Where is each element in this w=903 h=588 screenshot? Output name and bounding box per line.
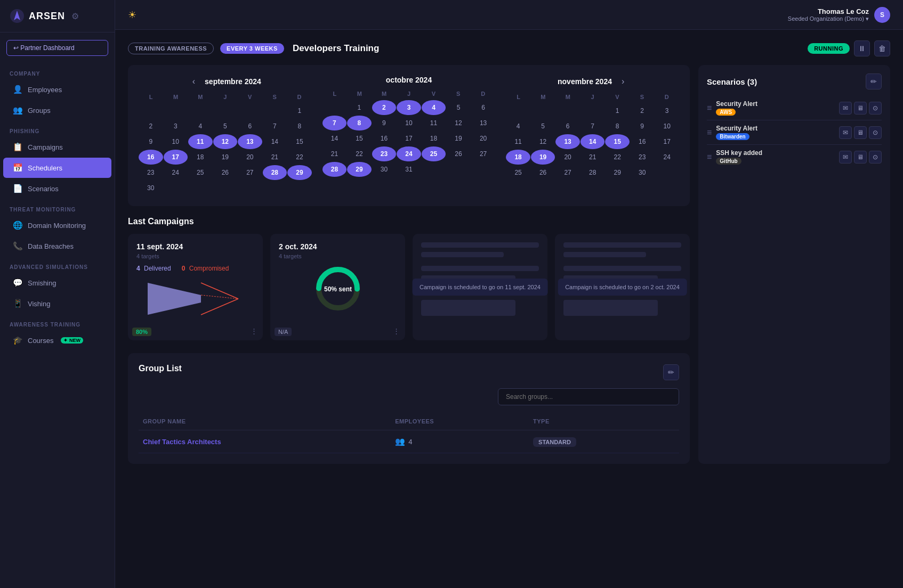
day-cell[interactable]: 18 — [188, 150, 213, 165]
day-cell[interactable]: 27 — [238, 165, 262, 180]
pause-button[interactable]: ⏸ — [854, 40, 870, 56]
day-cell[interactable]: 25 — [506, 165, 530, 180]
card-menu-2[interactable]: ⋮ — [393, 327, 400, 335]
sidebar-item-schedulers[interactable]: 📅 Schedulers — [3, 158, 111, 178]
tag-every-3-weeks[interactable]: EVERY 3 WEEKS — [220, 43, 284, 54]
settings-icon[interactable]: ⚙ — [71, 11, 79, 21]
day-cell[interactable]: 29 — [347, 162, 372, 177]
day-cell[interactable]: 20 — [238, 150, 262, 165]
avatar[interactable]: S — [874, 7, 890, 23]
day-cell[interactable]: 12 — [531, 134, 555, 149]
scenario-screen-btn-1[interactable]: 🖥 — [854, 102, 867, 115]
day-cell[interactable]: 28 — [580, 165, 605, 180]
day-cell[interactable]: 30 — [139, 181, 163, 195]
day-cell[interactable]: 16 — [630, 134, 655, 149]
day-cell[interactable]: 17 — [397, 131, 421, 146]
day-cell[interactable]: 16 — [372, 131, 397, 146]
day-cell[interactable]: 16 — [139, 150, 163, 165]
day-cell[interactable]: 23 — [139, 165, 163, 180]
day-cell[interactable]: 21 — [322, 146, 347, 161]
day-cell[interactable]: 2 — [139, 119, 163, 134]
day-cell[interactable]: 20 — [555, 150, 580, 165]
scenario-more-btn-3[interactable]: ⊙ — [869, 151, 882, 164]
day-cell[interactable]: 20 — [471, 131, 496, 146]
day-cell[interactable]: 15 — [347, 131, 372, 146]
day-cell[interactable]: 5 — [531, 119, 555, 134]
sidebar-item-vishing[interactable]: 📱 Vishing — [3, 293, 111, 314]
day-cell[interactable]: 19 — [531, 150, 555, 165]
day-cell[interactable]: 7 — [322, 116, 347, 130]
group-search-input[interactable] — [498, 388, 679, 405]
day-cell[interactable]: 30 — [372, 162, 397, 177]
scenario-more-btn-1[interactable]: ⊙ — [869, 102, 882, 115]
day-cell[interactable]: 4 — [422, 100, 446, 115]
day-cell[interactable]: 27 — [471, 146, 496, 161]
day-cell[interactable]: 10 — [164, 134, 188, 149]
sidebar-item-courses[interactable]: 🎓 Courses ✦ NEW — [3, 330, 111, 350]
day-cell[interactable]: 18 — [506, 150, 530, 165]
day-cell[interactable]: 14 — [322, 131, 347, 146]
day-cell[interactable]: 9 — [372, 116, 397, 130]
day-cell[interactable]: 1 — [287, 103, 312, 118]
day-cell[interactable]: 29 — [287, 165, 312, 180]
day-cell[interactable]: 9 — [139, 134, 163, 149]
scenario-more-btn-2[interactable]: ⊙ — [869, 126, 882, 139]
day-cell[interactable]: 13 — [471, 116, 496, 130]
day-cell[interactable]: 24 — [655, 150, 679, 165]
day-cell[interactable]: 14 — [580, 134, 605, 149]
day-cell[interactable]: 3 — [164, 119, 188, 134]
day-cell[interactable]: 22 — [347, 146, 372, 161]
group-name-link[interactable]: Chief Tactics Architects — [143, 438, 221, 446]
day-cell[interactable]: 13 — [555, 134, 580, 149]
day-cell[interactable]: 2 — [630, 103, 655, 118]
day-cell[interactable]: 3 — [397, 100, 421, 115]
day-cell[interactable]: 9 — [630, 119, 655, 134]
card-menu-1[interactable]: ⋮ — [251, 327, 257, 335]
sidebar-item-employees[interactable]: 👤 Employees — [3, 79, 111, 100]
day-cell[interactable]: 8 — [287, 119, 312, 134]
sidebar-item-groups[interactable]: 👥 Groups — [3, 100, 111, 120]
day-cell[interactable]: 22 — [287, 150, 312, 165]
scenario-screen-btn-2[interactable]: 🖥 — [854, 126, 867, 139]
day-cell[interactable]: 21 — [580, 150, 605, 165]
day-cell[interactable]: 27 — [555, 165, 580, 180]
day-cell[interactable]: 3 — [655, 103, 679, 118]
day-cell[interactable]: 5 — [213, 119, 238, 134]
day-cell[interactable]: 23 — [372, 146, 397, 161]
day-cell[interactable]: 11 — [188, 134, 213, 149]
scenario-email-btn-2[interactable]: ✉ — [839, 126, 852, 139]
sidebar-item-campaigns[interactable]: 📋 Campaigns — [3, 137, 111, 157]
day-cell[interactable]: 26 — [531, 165, 555, 180]
scenarios-edit-button[interactable]: ✏ — [866, 74, 882, 89]
day-cell[interactable]: 22 — [605, 150, 630, 165]
day-cell[interactable]: 6 — [471, 100, 496, 115]
day-cell[interactable]: 24 — [164, 165, 188, 180]
day-cell[interactable]: 1 — [347, 100, 372, 115]
day-cell[interactable]: 18 — [422, 131, 446, 146]
sidebar-item-data-breaches[interactable]: 📞 Data Breaches — [3, 236, 111, 256]
sidebar-item-scenarios[interactable]: 📄 Scenarios — [3, 178, 111, 199]
scenario-email-btn-3[interactable]: ✉ — [839, 151, 852, 164]
day-cell[interactable]: 28 — [263, 165, 287, 180]
day-cell[interactable]: 4 — [506, 119, 530, 134]
day-cell[interactable]: 26 — [213, 165, 238, 180]
day-cell[interactable]: 12 — [213, 134, 238, 149]
day-cell[interactable]: 14 — [263, 134, 287, 149]
cal-prev-button[interactable]: ‹ — [189, 76, 198, 87]
scenario-email-btn-1[interactable]: ✉ — [839, 102, 852, 115]
day-cell[interactable]: 4 — [188, 119, 213, 134]
day-cell[interactable]: 25 — [422, 146, 446, 161]
day-cell[interactable]: 19 — [446, 131, 471, 146]
day-cell[interactable]: 6 — [555, 119, 580, 134]
day-cell[interactable]: 31 — [397, 162, 421, 177]
day-cell[interactable]: 6 — [238, 119, 262, 134]
sidebar-item-smishing[interactable]: 💬 Smishing — [3, 273, 111, 293]
day-cell[interactable]: 8 — [605, 119, 630, 134]
day-cell[interactable]: 19 — [213, 150, 238, 165]
day-cell[interactable]: 1 — [605, 103, 630, 118]
day-cell[interactable]: 17 — [655, 134, 679, 149]
day-cell[interactable]: 10 — [397, 116, 421, 130]
day-cell[interactable]: 26 — [446, 146, 471, 161]
day-cell[interactable]: 25 — [188, 165, 213, 180]
day-cell[interactable]: 5 — [446, 100, 471, 115]
